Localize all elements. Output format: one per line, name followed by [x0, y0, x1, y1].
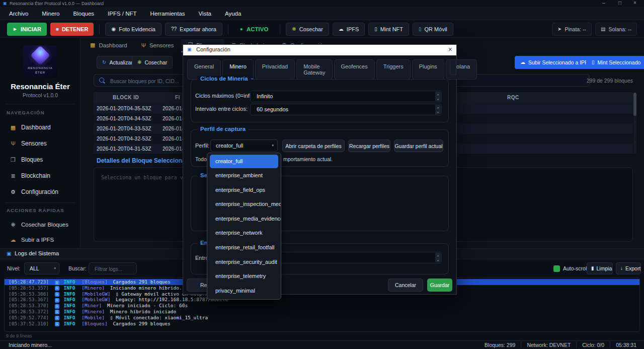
spin-down-icon[interactable]: ▾ — [435, 97, 441, 102]
column-header-rqc[interactable]: RQC — [507, 95, 519, 100]
sidebar-nav: ▦ Dashboard Ψ Sensores ❒ Bloques ≣ Block… — [0, 119, 80, 200]
status-message: Iniciando minero... — [9, 342, 52, 348]
sidebar-nav-item[interactable]: ⚙ Configuración — [0, 184, 80, 200]
photo-evidence-button[interactable]: ◉Foto Evidencia — [105, 23, 162, 36]
log-filter-input[interactable] — [94, 263, 136, 274]
max-cycles-field[interactable]: Infinito ▴▾ — [250, 91, 442, 102]
nav-item-label: Bloques — [21, 156, 43, 163]
sidebar-nav-item[interactable]: ▦ Dashboard — [0, 119, 80, 135]
cancel-button[interactable]: Cancelar — [388, 278, 423, 292]
spin-up-icon[interactable]: ▴ — [435, 92, 441, 97]
column-header-fecha[interactable]: FI — [175, 95, 180, 100]
stop-button[interactable]: ■DETENER — [50, 23, 94, 36]
open-profiles-folder-button[interactable]: Abrir carpeta de perfiles — [282, 139, 345, 152]
logo-gem-icon — [30, 45, 50, 65]
spinner-control[interactable]: ▴▾ — [435, 253, 441, 262]
sidebar-nav-item[interactable]: ≣ Blockchain — [0, 168, 80, 184]
start-button[interactable]: ►INICIAR — [7, 23, 47, 36]
minimize-button[interactable]: – — [600, 0, 608, 7]
interval-label: Intervalo entre ciclos: — [195, 106, 248, 112]
menu-item[interactable]: Bloques — [73, 11, 95, 17]
dropdown-option[interactable]: enterprise_telemetry — [207, 269, 281, 284]
log-line[interactable]: [05:37:52.310] i INFO [Bloques] Cargados… — [5, 321, 639, 327]
pin-icon: ➤ — [557, 27, 561, 32]
dialog-tab[interactable]: Mobile Gateway — [296, 59, 332, 80]
export-now-button[interactable]: ??Exportar ahora — [165, 23, 222, 36]
ipfs-button[interactable]: ☁IPFS — [333, 23, 365, 36]
info-icon: i — [55, 310, 59, 314]
log-line[interactable]: [05:28:53.372] i INFO [Minero] Minero hí… — [5, 309, 639, 315]
log-message: Cargados 291 bloques — [113, 279, 170, 285]
main-tab[interactable]: Ψ Sensores — [135, 39, 181, 52]
autoscroll-checkbox[interactable] — [553, 265, 560, 272]
sidebar-action-item[interactable]: ☁ Subir a IPFS — [0, 232, 80, 247]
status-badge: ●ACTIVO — [234, 26, 275, 32]
close-button[interactable]: × — [631, 0, 639, 7]
trash-icon: ▮ — [591, 266, 594, 271]
export-logs-button[interactable]: ↓Export — [616, 262, 641, 274]
dialog-tab[interactable]: Plugins — [412, 59, 444, 80]
menu-item[interactable]: Vista — [199, 11, 211, 17]
nav-item-icon: ▦ — [10, 124, 17, 131]
dialog-close-icon[interactable]: × — [448, 45, 452, 53]
spin-down-icon[interactable]: ▾ — [435, 110, 441, 115]
info-icon: i — [55, 292, 59, 297]
dropdown-option[interactable]: enterprise_field_ops — [207, 183, 281, 197]
harvest-blocks-button[interactable]: ❋Cosechar — [132, 56, 173, 68]
menu-item[interactable]: IPFS / NFT — [108, 11, 137, 17]
log-line[interactable]: [05:28:53.370] i INFO [Miner] Minero ini… — [5, 303, 639, 309]
spinner-control[interactable]: ▴▾ — [435, 105, 441, 114]
chevron-down-icon: ▾ — [54, 263, 56, 274]
spin-up-icon[interactable]: ▴ — [435, 105, 441, 110]
log-level-select[interactable]: ALL ▾ — [24, 262, 59, 274]
column-header-block-id[interactable]: BLOCK ID — [113, 95, 139, 100]
sidebar-nav-item[interactable]: Ψ Sensores — [0, 135, 80, 152]
spin-up-icon[interactable]: ▴ — [435, 253, 441, 258]
main-tab[interactable]: ▦ Dashboard — [84, 39, 134, 52]
sidebar-nav-item[interactable]: ❒ Bloques — [0, 152, 80, 168]
toolbar: ►INICIAR ■DETENER ◉Foto Evidencia ??Expo… — [0, 21, 644, 38]
log-line[interactable]: [05:28:53.367] i INFO [MobileGW] Legacy:… — [5, 297, 639, 303]
clear-logs-button[interactable]: ▮Limpiar — [587, 262, 613, 274]
menu-item[interactable]: Ayuda — [225, 11, 241, 17]
dropdown-option[interactable]: creator_full — [210, 155, 278, 168]
menu-item[interactable]: Herramientas — [150, 11, 185, 17]
dropdown-option[interactable]: enterprise_ambient — [207, 168, 281, 183]
table-scrollbar-thumb[interactable] — [633, 93, 636, 116]
sidebar-action-item[interactable]: ❋ Cosechar Bloques — [0, 217, 80, 232]
info-icon: i — [55, 304, 59, 309]
dropdown-option[interactable]: enterprise_inspection_media — [207, 197, 281, 212]
divider — [5, 104, 75, 104]
dropdown-option[interactable]: privacy_minimal — [207, 284, 281, 298]
action-item-label: Subir a IPFS — [21, 237, 54, 243]
dropdown-option[interactable]: enterprise_security_audit — [207, 255, 281, 269]
log-message: Minero iniciado - Ciclo: 60s — [107, 303, 188, 308]
profile-label: Perfil: — [195, 143, 209, 149]
spin-down-icon[interactable]: ▾ — [435, 258, 441, 263]
profile-combobox[interactable]: creator_full ▾ — [210, 139, 278, 152]
dialog-tab[interactable]: Geofences — [334, 59, 375, 80]
cloud-icon: ☁ — [520, 60, 525, 65]
log-message: Minero híbrido iniciado — [110, 309, 177, 314]
menu-item[interactable]: Minero — [42, 11, 59, 17]
mint-selected-button[interactable]: ▯Mint Seleccionado — [586, 56, 644, 69]
save-current-profile-button[interactable]: Guardar perfil actual — [394, 139, 443, 152]
menu-item[interactable]: Archivo — [9, 11, 28, 17]
harvest-button[interactable]: ❋Cosechar — [286, 23, 329, 36]
upload-selected-button[interactable]: ☁Subir Seleccionado a IPFS — [515, 56, 597, 69]
dropdown-option[interactable]: enterprise_network — [207, 226, 281, 240]
dropdown-option[interactable]: enterprise_retail_footfall — [207, 240, 281, 255]
qr-mobile-button[interactable]: ▯QR Móvil — [413, 23, 453, 36]
dropdown-option[interactable]: enterprise_media_evidence — [207, 212, 281, 226]
dialog-tab-partial[interactable] — [450, 59, 456, 75]
spinner-control[interactable]: ▴▾ — [435, 92, 441, 101]
dialog-tab[interactable]: Privacidad — [255, 59, 295, 80]
mint-nft-button[interactable]: ▯Mint NFT — [368, 23, 409, 36]
save-button[interactable]: Guardar — [427, 278, 452, 292]
interval-field[interactable]: 60 segundos ▴▾ — [250, 104, 442, 115]
log-line[interactable]: [05:29:52.774] i INFO [Mobile] ▯ Móvil c… — [5, 315, 639, 321]
dialog-tab[interactable]: Triggers — [376, 59, 411, 80]
reload-profiles-button[interactable]: Recargar perfiles — [348, 139, 390, 152]
chevron-down-icon: ▾ — [272, 140, 274, 151]
maximize-button[interactable]: □ — [616, 0, 624, 7]
